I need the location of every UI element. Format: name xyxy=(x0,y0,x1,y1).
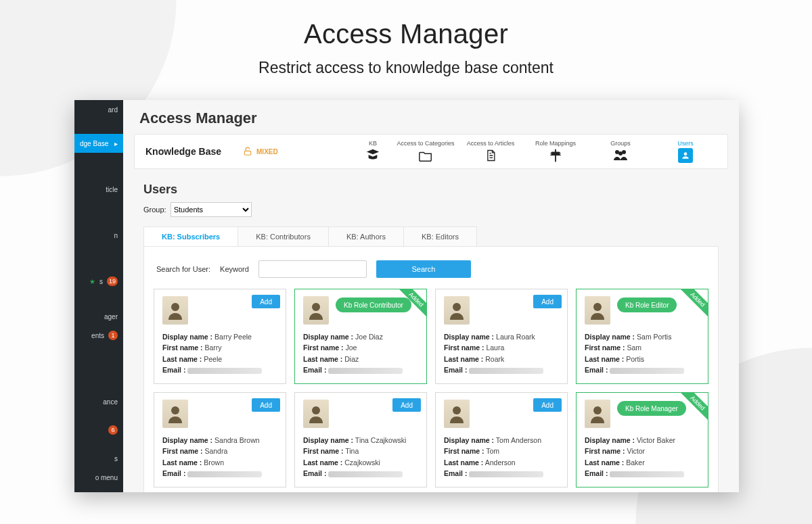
group-row: Group: Students xyxy=(143,202,719,217)
sidebar-item-label: ents xyxy=(91,332,104,339)
toolbar-item-arts[interactable]: Access to Articles xyxy=(459,140,522,163)
toolbar-brand: Knowledge Base xyxy=(145,146,221,157)
kb-icon xyxy=(365,148,380,163)
avatar xyxy=(444,400,470,428)
sidebar-item[interactable]: ager xyxy=(74,307,123,326)
groups-icon xyxy=(612,148,629,162)
user-card: AddDisplay name : Tina CzajkowskiFirst n… xyxy=(294,392,427,487)
add-button[interactable]: Add xyxy=(252,295,280,308)
sidebar-item[interactable]: 6 xyxy=(74,421,123,439)
sidebar-item[interactable]: ★s19 xyxy=(74,272,123,291)
user-meta: Display name : Victor BakerFirst name : … xyxy=(585,435,700,479)
main-panel: Access Manager Knowledge Base MIXED KBAc… xyxy=(123,100,739,492)
group-select[interactable]: Students xyxy=(171,202,252,217)
add-button[interactable]: Add xyxy=(392,398,421,412)
sidebar-item[interactable]: ents1 xyxy=(74,326,123,345)
sidebar-item[interactable]: ticle xyxy=(74,180,123,199)
sidebar-item[interactable]: s xyxy=(74,449,123,468)
email-redacted xyxy=(610,471,684,477)
sidebar-item-label: s xyxy=(99,278,103,285)
toolbar-item-kb[interactable]: KB xyxy=(354,140,392,163)
search-label: Search for User: xyxy=(156,265,210,273)
sidebar-item-label: dge Base xyxy=(80,140,108,147)
badge: 19 xyxy=(107,277,118,286)
arts-icon xyxy=(484,148,497,163)
add-button[interactable]: Add xyxy=(533,295,562,308)
svg-point-9 xyxy=(171,406,179,414)
tab-kb-subscribers[interactable]: KB: Subscribers xyxy=(144,227,238,246)
role-pill: Kb Role Editor xyxy=(617,297,677,312)
svg-point-4 xyxy=(684,152,687,156)
sidebar-item[interactable]: ance xyxy=(74,392,123,411)
user-meta: Display name : Joe DiazFirst name : JoeL… xyxy=(303,331,418,375)
user-cards: AddDisplay name : Barry PeeleFirst name … xyxy=(154,289,708,487)
search-button[interactable]: Search xyxy=(376,260,471,278)
group-label: Group: xyxy=(143,206,166,214)
svg-point-8 xyxy=(593,303,602,311)
panel-title: Access Manager xyxy=(123,100,739,134)
avatar xyxy=(162,400,188,428)
tab-kb-contributors[interactable]: KB: Contributors xyxy=(238,227,329,246)
sidebar-item[interactable]: n xyxy=(74,226,123,245)
screenshot-frame: arddge Base▸ticlen★s19agerents1ance6so m… xyxy=(74,100,739,492)
user-card: AddedKb Role ManagerDisplay name : Victo… xyxy=(576,392,708,487)
page-subtitle: Restrict access to knowledge base conten… xyxy=(0,59,812,77)
email-redacted xyxy=(187,368,262,374)
sidebar-item-label: ager xyxy=(104,313,118,320)
user-card: AddDisplay name : Tom AndersonFirst name… xyxy=(435,392,568,487)
avatar xyxy=(444,296,470,325)
toolbar-item-cats[interactable]: Access to Categories xyxy=(394,140,457,163)
search-bar: Search for User: Keyword Search xyxy=(156,260,708,278)
badge: 1 xyxy=(108,331,118,340)
avatar xyxy=(585,400,610,428)
users-icon xyxy=(678,148,693,163)
user-card: AddDisplay name : Sandra BrownFirst name… xyxy=(154,392,286,487)
roles-icon xyxy=(548,148,563,163)
email-redacted xyxy=(187,471,262,477)
avatar xyxy=(303,400,329,428)
chevron-right-icon: ▸ xyxy=(114,140,118,147)
sidebar-item[interactable]: ard xyxy=(74,100,123,119)
svg-point-5 xyxy=(171,303,179,311)
user-card: AddedKb Role EditorDisplay name : Sam Po… xyxy=(576,289,708,384)
role-tabs: KB: SubscribersKB: ContributorsKB: Autho… xyxy=(143,227,477,246)
user-meta: Display name : Tom AndersonFirst name : … xyxy=(444,435,559,479)
toolbar-item-groups[interactable]: Groups xyxy=(589,140,652,163)
toolbar: Knowledge Base MIXED KBAccess to Categor… xyxy=(134,134,728,169)
role-pill: Kb Role Contributor xyxy=(336,297,411,312)
sidebar-item-label: ticle xyxy=(106,186,118,193)
user-meta: Display name : Barry PeeleFirst name : B… xyxy=(162,331,277,375)
toolbar-item-roles[interactable]: Role Mappings xyxy=(524,140,587,163)
role-pill: Kb Role Manager xyxy=(617,401,686,416)
user-card: AddDisplay name : Barry PeeleFirst name … xyxy=(154,289,286,384)
user-card: AddDisplay name : Laura RoarkFirst name … xyxy=(435,289,568,384)
email-redacted xyxy=(328,471,403,477)
add-button[interactable]: Add xyxy=(252,398,280,412)
add-button[interactable]: Add xyxy=(533,398,562,412)
sidebar-item[interactable]: o menu xyxy=(74,468,123,487)
sidebar-item-label: ard xyxy=(108,106,118,114)
svg-rect-0 xyxy=(244,151,250,155)
star-icon: ★ xyxy=(89,278,95,285)
toolbar-item-label: Role Mappings xyxy=(535,140,576,147)
sidebar-item-label: ance xyxy=(103,398,118,406)
lock-open-icon xyxy=(243,147,252,156)
search-input[interactable] xyxy=(258,260,367,278)
page-title: Access Manager xyxy=(0,19,812,49)
sidebar-item[interactable]: dge Base▸ xyxy=(74,134,123,153)
svg-point-7 xyxy=(453,303,461,311)
email-redacted xyxy=(328,368,403,374)
mixed-label: MIXED xyxy=(256,148,278,156)
user-meta: Display name : Sam PortisFirst name : Sa… xyxy=(585,331,700,375)
avatar xyxy=(585,296,610,325)
tab-kb-editors[interactable]: KB: Editors xyxy=(404,227,476,246)
users-panel: Search for User: Keyword Search AddDispl… xyxy=(143,246,719,492)
tab-kb-authors[interactable]: KB: Authors xyxy=(329,227,404,246)
toolbar-item-label: Access to Articles xyxy=(467,140,515,147)
svg-point-6 xyxy=(312,303,320,311)
sidebar-item-label: n xyxy=(114,232,118,239)
toolbar-item-users[interactable]: Users xyxy=(654,140,717,163)
keyword-label: Keyword xyxy=(220,265,249,273)
toolbar-item-label: Groups xyxy=(610,140,631,147)
toolbar-item-label: KB xyxy=(369,140,377,147)
